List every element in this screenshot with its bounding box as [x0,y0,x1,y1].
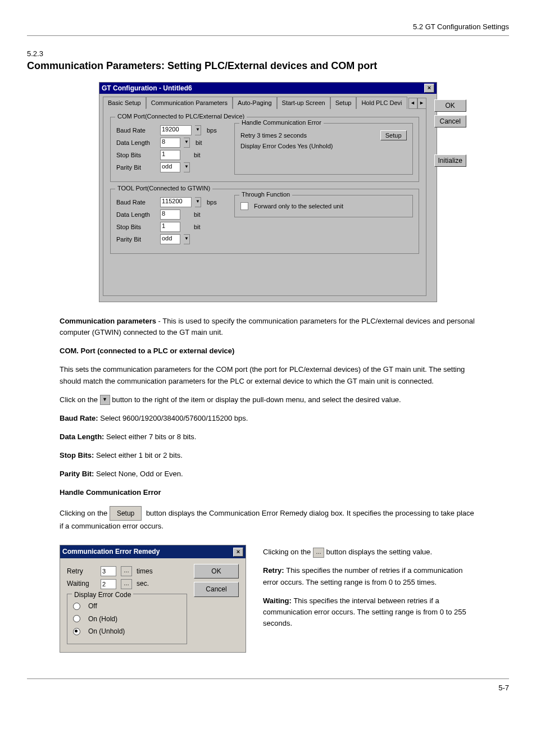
tool-parity-input[interactable]: odd [160,234,180,244]
chevron-down-icon[interactable]: ▼ [195,197,201,207]
tab-startup-screen[interactable]: Start-up Screen [277,97,330,109]
ellipsis-icon[interactable]: … [121,566,132,576]
through-checkbox[interactable] [240,202,248,210]
com-parity-label: Parity Bit [116,164,157,171]
retry-summary: Retry 3 times 2 seconds [240,132,307,139]
tab-scroll-left-icon[interactable]: ◄ [408,98,417,109]
section-ref: 5.2 GT Configuration Settings [27,22,509,31]
com-stop-input[interactable]: 1 [160,150,180,160]
cancel-button[interactable]: Cancel [434,115,466,127]
waiting-unit: sec. [137,579,149,589]
close-icon[interactable]: × [424,84,434,93]
parity-detail: Select None, Odd or Even. [96,470,183,478]
waiting-detail: This specifies the interval between retr… [263,596,466,627]
com-datalen-label: Data Length [116,139,157,146]
cancel-button[interactable]: Cancel [194,582,239,597]
handle-comm-error-group: Retry 3 times 2 seconds Setup Display Er… [234,123,413,175]
through-function-group: Forward only to the selected unit [234,195,413,217]
com-datalen-unit: bit [196,139,202,146]
tool-datalen-unit: bit [194,211,201,218]
retry-unit: times [137,566,153,577]
ok-button[interactable]: OK [194,564,239,579]
tab-communication-parameters[interactable]: Communication Parameters [146,97,233,109]
dialog2-titlebar: Communication Error Remedy × [60,545,246,558]
tab-basic-setup[interactable]: Basic Setup [103,97,146,109]
tool-datalen-input[interactable]: 8 [160,210,180,220]
close-icon[interactable]: × [233,548,243,557]
radio-on-unhold[interactable] [73,628,80,635]
setup-button-inline: Setup [110,506,142,521]
com-baud-unit: bps [207,127,217,134]
retry-label: Retry [67,566,96,577]
baud-detail: Select 9600/19200/38400/57600/115200 bps… [100,414,248,422]
tool-stop-label: Stop Bits [116,224,157,230]
display-error-summary: Display Error Codes Yes (Unhold) [240,143,333,149]
datalen-detail: Select either 7 bits or 8 bits. [106,432,196,441]
tool-stop-unit: bit [194,224,201,230]
setup-button[interactable]: Setup [380,130,407,140]
tool-baud-input[interactable]: 115200 [160,197,192,207]
chevron-down-icon: ▼ [100,395,110,405]
header-rule [27,35,509,36]
tab-hold-plc[interactable]: Hold PLC Devi [356,97,407,109]
radio-off[interactable] [73,603,80,610]
through-checkbox-label: Forward only to the selected unit [254,203,343,210]
tab-setup[interactable]: Setup [330,97,357,109]
gt-config-dialog: GT Configuration - Untitled6 × Basic Set… [99,82,437,302]
initialize-button[interactable]: Initialize [434,154,466,167]
dialog2-title: Communication Error Remedy [62,546,160,557]
opt-off-label: Off [88,601,97,612]
page-number: 5-7 [498,684,509,692]
com-p1: This sets the communication parameters f… [60,364,476,386]
waiting-label: Waiting [67,579,96,589]
com-datalen-input[interactable]: 8 [160,138,180,148]
chevron-down-icon[interactable]: ▼ [184,162,190,172]
com-stop-unit: bit [194,152,201,158]
intro-lead: Communication parameters [60,317,156,325]
com-p2a: Click on the [60,395,100,404]
retry-input[interactable]: 3 [101,566,116,576]
section-title: Communication Parameters: Setting PLC/Ex… [27,60,509,72]
opt-unhold-label: On (Unhold) [88,626,125,637]
tool-stop-input[interactable]: 1 [160,222,180,232]
chevron-down-icon[interactable]: ▼ [184,138,190,148]
tool-parity-label: Parity Bit [116,236,157,243]
com-port-group: Baud Rate19200▼bps Data Length8▼bit Stop… [110,117,419,182]
tab-scroll: ◄ ► [408,98,426,109]
tab-scroll-right-icon[interactable]: ► [417,98,426,109]
ok-button[interactable]: OK [434,99,466,112]
ellipsis-icon: … [313,548,324,558]
com-p2b: button to the right of the item or displ… [112,395,401,404]
page-footer: 5-7 [27,678,509,692]
ellipsis-icon[interactable]: … [121,579,132,589]
dialog-titlebar: GT Configuration - Untitled6 × [99,83,437,94]
side-a: Clicking on the [263,548,313,556]
com-heading: COM. Port (connected to a PLC or externa… [60,345,476,357]
radio-on-hold[interactable] [73,615,80,622]
tab-auto-paging[interactable]: Auto-Paging [233,97,277,109]
tool-baud-label: Baud Rate [116,199,157,206]
chevron-down-icon[interactable]: ▼ [184,234,190,244]
side-b: button displays the setting value. [326,548,433,556]
com-parity-input[interactable]: odd [160,162,180,172]
tab-strip: Basic Setup Communication Parameters Aut… [103,96,407,109]
stop-detail: Select either 1 bit or 2 bits. [96,451,183,459]
com-baud-label: Baud Rate [116,127,157,134]
com-stop-label: Stop Bits [116,152,157,158]
retry-detail: This specifies the number of retries if … [263,566,463,586]
handle-heading: Handle Communication Error [60,487,476,498]
opt-hold-label: On (Hold) [88,614,117,625]
com-baud-input[interactable]: 19200 [160,125,192,135]
tool-datalen-label: Data Length [116,211,157,218]
section-number: 5.2.3 [27,49,509,58]
tool-baud-unit: bps [207,199,217,206]
dialog-title: GT Configuration - Untitled6 [102,84,192,92]
tool-port-group: Baud Rate115200▼bps Data Length8bit Stop… [110,189,419,254]
handle-p1a: Clicking on the [60,508,110,517]
display-error-code-group: Off On (Hold) On (Unhold) [67,594,187,644]
chevron-down-icon[interactable]: ▼ [195,125,201,135]
comm-error-remedy-dialog: Communication Error Remedy × Retry 3 … t… [60,545,246,653]
waiting-input[interactable]: 2 [101,579,116,589]
